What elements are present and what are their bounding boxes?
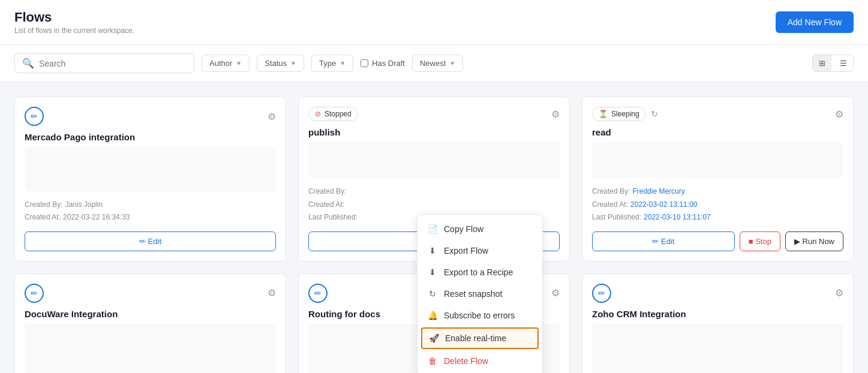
card-header: ✏ ⚙ xyxy=(592,284,843,303)
add-new-flow-button[interactable]: Add New Flow xyxy=(776,11,854,33)
page-header: Flows List of flows in the current works… xyxy=(0,0,868,45)
chevron-down-icon: ▼ xyxy=(290,60,296,67)
created-by-label: Created By: xyxy=(25,200,62,209)
flow-body xyxy=(592,324,843,373)
flow-title: DocuWare Integration xyxy=(25,309,276,319)
reset-snapshot-item[interactable]: ↻ Reset snapshot xyxy=(418,283,542,305)
type-filter[interactable]: Type ▼ xyxy=(311,55,353,72)
card-actions: ✏ Edit xyxy=(25,231,276,251)
flow-title: read xyxy=(592,127,843,137)
export-recipe-item[interactable]: ⬇ Export to a Recipe xyxy=(418,261,542,283)
refresh-button[interactable]: ↻ xyxy=(651,109,658,119)
copy-flow-item[interactable]: 📄 Copy Flow xyxy=(418,218,542,240)
flow-meta: Created By:Janis Joplin Created At:2022-… xyxy=(25,198,276,224)
has-draft-label: Has Draft xyxy=(372,59,405,68)
flow-icon: ✏ xyxy=(308,284,328,303)
type-label: Type xyxy=(319,59,336,68)
edit-button[interactable]: ✏ Edit xyxy=(592,231,735,251)
page-subtitle: List of flows in the current workspace. xyxy=(14,26,134,35)
view-toggle: ⊞ ☰ xyxy=(812,55,854,72)
last-published-label: Last Published: xyxy=(308,213,358,221)
delete-flow-label: Delete Flow xyxy=(444,356,488,366)
delete-flow-item[interactable]: 🗑 Delete Flow xyxy=(418,350,542,372)
reset-icon: ↻ xyxy=(427,289,438,299)
flow-icon: ✏ xyxy=(592,284,611,303)
card-header: ✏ ⚙ xyxy=(25,107,276,126)
gear-button[interactable]: ⚙ xyxy=(835,109,843,120)
has-draft-filter: Has Draft xyxy=(361,59,405,68)
stop-button[interactable]: ■ Stop xyxy=(740,231,780,251)
subscribe-errors-label: Subscribe to errors xyxy=(444,311,515,320)
gear-button[interactable]: ⚙ xyxy=(551,287,560,299)
enable-realtime-item[interactable]: 🚀 Enable real-time xyxy=(421,327,539,349)
search-input[interactable] xyxy=(39,59,187,68)
flow-title: publish xyxy=(308,127,560,137)
list-icon: ☰ xyxy=(840,59,847,68)
bell-icon: 🔔 xyxy=(427,311,438,320)
flow-card: ✏ ⚙ Mercado Pago integration Created By:… xyxy=(14,97,286,261)
created-at-value: 2022-03-02 13:11:00 xyxy=(630,200,697,209)
enable-realtime-label: Enable real-time xyxy=(445,333,506,343)
reset-snapshot-label: Reset snapshot xyxy=(444,289,502,299)
run-now-button[interactable]: ▶ Run Now xyxy=(785,231,843,251)
flow-icon: ✏ xyxy=(25,284,44,303)
newest-sort[interactable]: Newest ▼ xyxy=(412,55,463,72)
gear-button[interactable]: ⚙ xyxy=(268,287,276,299)
author-filter[interactable]: Author ▼ xyxy=(202,55,250,72)
created-by-value: Freddie Mercury xyxy=(632,187,684,195)
rocket-icon: 🚀 xyxy=(428,333,439,343)
copy-flow-label: Copy Flow xyxy=(444,224,483,234)
status-text: Sleeping xyxy=(611,110,639,118)
status-filter[interactable]: Status ▼ xyxy=(257,55,304,72)
flow-title: Zoho CRM Integration xyxy=(592,309,843,319)
gear-button[interactable]: ⚙ xyxy=(835,287,843,299)
header-left: Flows List of flows in the current works… xyxy=(14,10,134,35)
page-title: Flows xyxy=(14,10,134,25)
chevron-down-icon: ▼ xyxy=(236,60,242,67)
flow-body xyxy=(25,324,276,373)
stopped-icon: ⊘ xyxy=(315,110,321,118)
flow-body xyxy=(308,142,560,178)
created-by-label: Created By: xyxy=(308,187,346,195)
search-icon: 🔍 xyxy=(22,58,34,69)
card-header: ⏳ Sleeping ↻ ⚙ xyxy=(592,107,843,121)
context-menu: 📄 Copy Flow ⬇ Export Flow ⬇ Export to a … xyxy=(417,214,543,373)
export-icon: ⬇ xyxy=(427,246,438,255)
edit-button[interactable]: ✏ Edit xyxy=(25,231,276,251)
created-at-label: Created At: xyxy=(592,200,628,209)
last-published-label: Last Published: xyxy=(592,213,641,221)
export-recipe-icon: ⬇ xyxy=(427,267,438,277)
flow-body xyxy=(592,142,843,178)
list-view-button[interactable]: ☰ xyxy=(834,55,853,71)
created-at-label: Created At: xyxy=(308,200,344,209)
card-header: ✏ ⚙ xyxy=(25,284,276,303)
status-label: Status xyxy=(265,59,287,68)
main-content: ✏ ⚙ Mercado Pago integration Created By:… xyxy=(0,82,868,373)
flow-card: ✏ ⚙ DocuWare Integration xyxy=(14,273,286,373)
flow-card: ✏ ⚙ Zoho CRM Integration xyxy=(582,273,854,373)
created-by-label: Created By: xyxy=(592,187,630,195)
created-at-value: 2022-03-22 16:34:33 xyxy=(63,213,130,221)
chevron-down-icon: ▼ xyxy=(340,60,346,67)
created-by-value: Janis Joplin xyxy=(65,200,103,209)
status-text: Stopped xyxy=(325,110,352,118)
gear-button[interactable]: ⚙ xyxy=(268,111,276,122)
card-header: ⊘ Stopped ⚙ xyxy=(308,107,560,121)
grid-view-button[interactable]: ⊞ xyxy=(813,55,831,71)
status-badge: ⏳ Sleeping xyxy=(592,107,646,121)
flow-icon: ✏ xyxy=(25,107,44,126)
export-recipe-label: Export to a Recipe xyxy=(444,267,513,277)
export-flow-item[interactable]: ⬇ Export Flow xyxy=(418,240,542,261)
flow-body xyxy=(25,147,276,191)
subscribe-errors-item[interactable]: 🔔 Subscribe to errors xyxy=(418,305,542,326)
status-badge: ⊘ Stopped xyxy=(308,107,358,121)
created-at-label: Created At: xyxy=(25,213,61,221)
copy-icon: 📄 xyxy=(427,224,438,234)
chevron-down-icon: ▼ xyxy=(449,60,455,67)
gear-button[interactable]: ⚙ xyxy=(551,109,560,120)
trash-icon: 🗑 xyxy=(427,356,438,366)
card-actions: ✏ Edit ■ Stop ▶ Run Now xyxy=(592,231,843,251)
grid-icon: ⊞ xyxy=(819,59,825,68)
sleeping-icon: ⏳ xyxy=(599,110,608,118)
has-draft-checkbox[interactable] xyxy=(361,59,368,67)
